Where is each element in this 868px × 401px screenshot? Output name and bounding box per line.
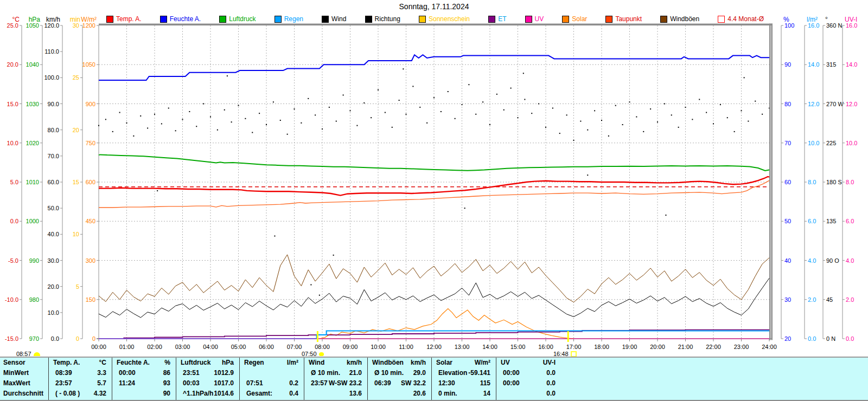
svg-text:2.0: 2.0 xyxy=(846,296,854,303)
cell-value: 0.0 xyxy=(546,368,561,378)
cell-value: 1017.0 xyxy=(214,378,239,389)
cell-value: 3.3 xyxy=(97,368,112,378)
legend-label: Temp. A. xyxy=(116,15,142,23)
svg-text:12.0: 12.0 xyxy=(846,101,857,107)
cell-value: 115 xyxy=(480,378,496,389)
cell-value: 1012.9 xyxy=(214,368,239,378)
legend-swatch-sonnenschein xyxy=(419,16,426,23)
svg-text:1010: 1010 xyxy=(26,179,39,185)
cell-time: 08:39 xyxy=(49,368,72,378)
svg-text:20.0: 20.0 xyxy=(48,283,59,290)
legend-item-solar[interactable]: Solar xyxy=(562,15,587,23)
svg-text:17:00: 17:00 xyxy=(566,344,582,350)
legend-item-sonnenschein[interactable]: Sonnenschein xyxy=(419,15,470,23)
svg-text:10.0: 10.0 xyxy=(846,140,857,146)
svg-text:20:00: 20:00 xyxy=(650,344,665,350)
table-col-feuchte-a: Feuchte A.%00:008611:249390 xyxy=(112,358,176,400)
cell-avg-wind: 13.6 xyxy=(304,389,367,399)
legend-label: Windböen xyxy=(670,15,699,23)
cell-value: -59.141 xyxy=(468,368,496,378)
col-unit: UV-I xyxy=(543,358,561,368)
legend-swatch-wind xyxy=(322,16,329,23)
row-header-durchschnitt: Durchschnitt xyxy=(0,389,43,399)
legend-item-uv[interactable]: UV xyxy=(525,15,544,23)
svg-text:hPa: hPa xyxy=(29,16,41,23)
svg-text:2.0: 2.0 xyxy=(808,296,816,303)
legend-label: Luftdruck xyxy=(229,15,256,23)
svg-text:315: 315 xyxy=(826,61,836,68)
cell-value: 1014.6 xyxy=(214,389,239,399)
svg-text:°: ° xyxy=(825,16,828,23)
svg-text:W/m²: W/m² xyxy=(81,16,97,23)
svg-text:0.0: 0.0 xyxy=(51,335,59,342)
svg-text:5.0: 5.0 xyxy=(10,179,18,185)
svg-text:14:00: 14:00 xyxy=(482,344,497,350)
col-unit: hPa xyxy=(222,358,239,368)
cell-value: 20.6 xyxy=(413,389,431,399)
svg-text:980: 980 xyxy=(29,296,39,303)
cell-time: ^1.1hPa/h xyxy=(176,389,213,399)
svg-text:1030: 1030 xyxy=(26,101,39,107)
cell-avg-feuchte-a: 90 xyxy=(112,389,176,399)
cell-max-wind: 23:57W-SW 23.2 xyxy=(304,378,367,389)
cell-min-solar: Elevation-59.141 xyxy=(432,368,496,378)
legend-item-richtung[interactable]: Richtung xyxy=(365,15,400,23)
svg-text:UV-I: UV-I xyxy=(845,16,857,23)
chart-frame-top xyxy=(99,24,773,26)
cell-value: 4.32 xyxy=(94,389,112,399)
svg-text:0.0: 0.0 xyxy=(846,335,854,342)
cell-max-regen: 07:510.2 xyxy=(240,378,304,389)
series-wind xyxy=(99,278,769,318)
chart-frame-right xyxy=(769,24,771,340)
legend-item-wind[interactable]: Wind xyxy=(322,15,346,23)
legend-swatch-richtung xyxy=(365,16,372,23)
svg-text:0: 0 xyxy=(76,335,79,342)
legend-item-windb-en[interactable]: Windböen xyxy=(660,15,699,23)
cell-min-wind: Ø 10 min.21.0 xyxy=(304,368,367,378)
svg-text:1050: 1050 xyxy=(82,61,95,68)
legend-item-luftdruck[interactable]: Luftdruck xyxy=(219,15,256,23)
svg-text:6.0: 6.0 xyxy=(846,218,854,224)
svg-text:225: 225 xyxy=(826,140,836,146)
cell-avg-luftdruck: ^1.1hPa/h1014.6 xyxy=(176,389,239,399)
svg-text:-10.0: -10.0 xyxy=(5,296,18,303)
legend-item-et[interactable]: ET xyxy=(488,15,506,23)
svg-text:24:00: 24:00 xyxy=(762,344,777,350)
svg-text:100.0: 100.0 xyxy=(44,74,59,81)
col-unit: °C xyxy=(99,358,112,368)
svg-text:°C: °C xyxy=(12,16,20,23)
svg-text:45: 45 xyxy=(826,296,833,303)
cell-avg-windb-en: 20.6 xyxy=(368,389,431,399)
weather-chart-canvas: 25.020.015.010.05.00.0-5.0-10.0-15.0°C10… xyxy=(0,0,868,357)
svg-text:10.0: 10.0 xyxy=(48,309,59,316)
table-col-temp-a: Temp. A.°C08:393.323:575.7( - 0.08 )4.32 xyxy=(48,358,112,400)
table-col-regen: Regenl/m²07:510.2Gesamt:0.4 xyxy=(239,358,304,400)
cell-time: 06:39 xyxy=(368,378,391,389)
svg-text:30.0: 30.0 xyxy=(48,257,59,264)
legend-swatch-regen xyxy=(275,16,282,23)
svg-text:60: 60 xyxy=(784,179,791,185)
cell-min-feuchte-a: 00:0086 xyxy=(112,368,176,378)
svg-text:70.0: 70.0 xyxy=(48,153,59,159)
legend-item-taupunkt[interactable]: Taupunkt xyxy=(605,15,642,23)
legend-item-temp-a[interactable]: Temp. A. xyxy=(106,15,142,23)
chart-axes: 25.020.015.010.05.00.0-5.0-10.0-15.0°C10… xyxy=(5,16,858,350)
legend-item-feuchte-a[interactable]: Feuchte A. xyxy=(160,15,201,23)
svg-text:90.0: 90.0 xyxy=(48,101,59,107)
svg-text:4.0: 4.0 xyxy=(808,257,816,264)
svg-text:1020: 1020 xyxy=(26,140,39,146)
cell-time: 23:57 xyxy=(304,378,328,389)
svg-text:8.0: 8.0 xyxy=(808,179,816,185)
legend-item-4-4-monat[interactable]: 4.4 Monat-Ø xyxy=(718,15,764,23)
svg-text:6.0: 6.0 xyxy=(808,218,816,224)
cell-value: 0.2 xyxy=(289,378,304,389)
cell-time: 00:00 xyxy=(496,368,520,378)
svg-text:10:00: 10:00 xyxy=(371,344,386,350)
cell-value: 13.6 xyxy=(349,389,367,399)
svg-text:1000: 1000 xyxy=(26,218,39,224)
col-unit: % xyxy=(164,358,176,368)
chart-frame-right-outer xyxy=(771,24,773,340)
legend-item-regen[interactable]: Regen xyxy=(275,15,303,23)
cell-value: 0.4 xyxy=(289,389,304,399)
svg-text:8.0: 8.0 xyxy=(846,179,854,185)
